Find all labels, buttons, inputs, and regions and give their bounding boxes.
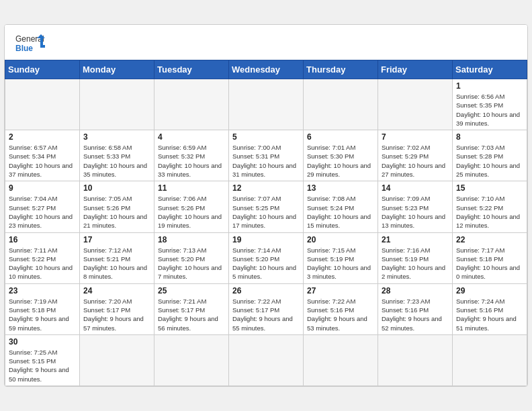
calendar-cell: 17Sunrise: 7:12 AMSunset: 5:21 PMDayligh… xyxy=(80,232,154,283)
day-info: Sunrise: 6:56 AMSunset: 5:35 PMDaylight:… xyxy=(456,92,523,128)
day-number: 18 xyxy=(158,235,225,244)
day-number: 19 xyxy=(232,235,300,244)
calendar-cell: 15Sunrise: 7:10 AMSunset: 5:22 PMDayligh… xyxy=(453,181,527,232)
day-number: 9 xyxy=(9,183,76,193)
day-number: 25 xyxy=(158,286,225,295)
weekday-header-row: SundayMondayTuesdayWednesdayThursdayFrid… xyxy=(5,60,527,79)
day-info: Sunrise: 7:17 AMSunset: 5:18 PMDaylight:… xyxy=(456,246,523,281)
calendar-cell: 9Sunrise: 7:04 AMSunset: 5:27 PMDaylight… xyxy=(5,181,80,232)
day-info: Sunrise: 7:16 AMSunset: 5:19 PMDaylight:… xyxy=(382,246,449,281)
day-number: 17 xyxy=(83,235,150,244)
day-number: 3 xyxy=(83,132,150,142)
calendar-cell: 28Sunrise: 7:23 AMSunset: 5:16 PMDayligh… xyxy=(378,283,453,334)
calendar-cell: 11Sunrise: 7:06 AMSunset: 5:26 PMDayligh… xyxy=(154,181,229,232)
svg-text:Blue: Blue xyxy=(15,44,33,53)
calendar-cell: 18Sunrise: 7:13 AMSunset: 5:20 PMDayligh… xyxy=(154,232,229,283)
calendar-cell: 8Sunrise: 7:03 AMSunset: 5:28 PMDaylight… xyxy=(453,130,527,181)
calendar-cell: 1Sunrise: 6:56 AMSunset: 5:35 PMDaylight… xyxy=(453,79,527,130)
calendar-table: SundayMondayTuesdayWednesdayThursdayFrid… xyxy=(5,60,527,386)
calendar-cell: 6Sunrise: 7:01 AMSunset: 5:30 PMDaylight… xyxy=(304,130,378,181)
day-info: Sunrise: 7:12 AMSunset: 5:21 PMDaylight:… xyxy=(83,246,150,281)
day-number: 5 xyxy=(232,132,300,142)
day-info: Sunrise: 7:22 AMSunset: 5:17 PMDaylight:… xyxy=(232,297,300,332)
day-number: 11 xyxy=(158,183,225,193)
day-info: Sunrise: 7:01 AMSunset: 5:30 PMDaylight:… xyxy=(307,143,374,179)
day-number: 12 xyxy=(232,183,300,193)
logo: General Blue xyxy=(15,33,45,54)
day-number: 7 xyxy=(382,132,449,142)
calendar-cell: 2Sunrise: 6:57 AMSunset: 5:34 PMDaylight… xyxy=(5,130,80,181)
calendar-cell: 19Sunrise: 7:14 AMSunset: 5:20 PMDayligh… xyxy=(229,232,304,283)
day-info: Sunrise: 7:25 AMSunset: 5:15 PMDaylight:… xyxy=(9,348,76,383)
day-info: Sunrise: 7:14 AMSunset: 5:20 PMDaylight:… xyxy=(232,246,300,281)
calendar-cell: 23Sunrise: 7:19 AMSunset: 5:18 PMDayligh… xyxy=(5,283,80,334)
day-info: Sunrise: 7:22 AMSunset: 5:16 PMDaylight:… xyxy=(307,297,374,332)
calendar-header: General Blue xyxy=(5,25,527,60)
day-info: Sunrise: 7:10 AMSunset: 5:22 PMDaylight:… xyxy=(456,194,523,230)
weekday-header-saturday: Saturday xyxy=(453,60,527,79)
calendar-cell xyxy=(378,334,453,385)
calendar-cell: 30Sunrise: 7:25 AMSunset: 5:15 PMDayligh… xyxy=(5,334,80,385)
day-number: 10 xyxy=(83,183,150,193)
calendar-cell xyxy=(5,79,80,130)
calendar-cell: 12Sunrise: 7:07 AMSunset: 5:25 PMDayligh… xyxy=(229,181,304,232)
calendar-cell xyxy=(378,79,453,130)
day-info: Sunrise: 6:59 AMSunset: 5:32 PMDaylight:… xyxy=(158,143,225,179)
calendar-cell: 14Sunrise: 7:09 AMSunset: 5:23 PMDayligh… xyxy=(378,181,453,232)
weekday-header-monday: Monday xyxy=(80,60,154,79)
day-number: 6 xyxy=(307,132,374,142)
day-number: 15 xyxy=(456,183,523,193)
calendar-cell: 26Sunrise: 7:22 AMSunset: 5:17 PMDayligh… xyxy=(229,283,304,334)
calendar-cell xyxy=(80,334,154,385)
calendar-cell xyxy=(304,79,378,130)
weekday-header-sunday: Sunday xyxy=(5,60,80,79)
day-number: 28 xyxy=(382,286,449,295)
calendar-cell xyxy=(154,79,229,130)
weekday-header-wednesday: Wednesday xyxy=(229,60,304,79)
day-info: Sunrise: 7:24 AMSunset: 5:16 PMDaylight:… xyxy=(456,297,523,332)
day-number: 23 xyxy=(9,286,76,295)
day-info: Sunrise: 7:05 AMSunset: 5:26 PMDaylight:… xyxy=(83,194,150,230)
day-info: Sunrise: 7:20 AMSunset: 5:17 PMDaylight:… xyxy=(83,297,150,332)
day-info: Sunrise: 7:21 AMSunset: 5:17 PMDaylight:… xyxy=(158,297,225,332)
calendar-cell: 13Sunrise: 7:08 AMSunset: 5:24 PMDayligh… xyxy=(304,181,378,232)
calendar-cell: 29Sunrise: 7:24 AMSunset: 5:16 PMDayligh… xyxy=(453,283,527,334)
day-info: Sunrise: 7:04 AMSunset: 5:27 PMDaylight:… xyxy=(9,194,76,230)
calendar-cell xyxy=(229,334,304,385)
calendar-cell: 22Sunrise: 7:17 AMSunset: 5:18 PMDayligh… xyxy=(453,232,527,283)
day-info: Sunrise: 7:02 AMSunset: 5:29 PMDaylight:… xyxy=(382,143,449,179)
day-number: 1 xyxy=(456,81,523,91)
day-number: 20 xyxy=(307,235,374,244)
calendar-cell: 27Sunrise: 7:22 AMSunset: 5:16 PMDayligh… xyxy=(304,283,378,334)
day-number: 26 xyxy=(232,286,300,295)
calendar-container: General Blue SundayMondayTuesdayWednesda… xyxy=(4,24,528,387)
calendar-cell: 20Sunrise: 7:15 AMSunset: 5:19 PMDayligh… xyxy=(304,232,378,283)
day-info: Sunrise: 7:23 AMSunset: 5:16 PMDaylight:… xyxy=(382,297,449,332)
calendar-cell xyxy=(453,334,527,385)
day-info: Sunrise: 7:11 AMSunset: 5:22 PMDaylight:… xyxy=(9,246,76,281)
day-info: Sunrise: 7:03 AMSunset: 5:28 PMDaylight:… xyxy=(456,143,523,179)
weekday-header-friday: Friday xyxy=(378,60,453,79)
day-number: 4 xyxy=(158,132,225,142)
weekday-header-thursday: Thursday xyxy=(304,60,378,79)
day-info: Sunrise: 6:57 AMSunset: 5:34 PMDaylight:… xyxy=(9,143,76,179)
day-number: 16 xyxy=(9,235,76,244)
day-number: 8 xyxy=(456,132,523,142)
day-info: Sunrise: 7:19 AMSunset: 5:18 PMDaylight:… xyxy=(9,297,76,332)
day-number: 27 xyxy=(307,286,374,295)
day-number: 21 xyxy=(382,235,449,244)
calendar-cell xyxy=(229,79,304,130)
calendar-cell xyxy=(304,334,378,385)
calendar-cell: 21Sunrise: 7:16 AMSunset: 5:19 PMDayligh… xyxy=(378,232,453,283)
calendar-cell: 24Sunrise: 7:20 AMSunset: 5:17 PMDayligh… xyxy=(80,283,154,334)
calendar-cell: 25Sunrise: 7:21 AMSunset: 5:17 PMDayligh… xyxy=(154,283,229,334)
calendar-cell: 5Sunrise: 7:00 AMSunset: 5:31 PMDaylight… xyxy=(229,130,304,181)
calendar-cell: 7Sunrise: 7:02 AMSunset: 5:29 PMDaylight… xyxy=(378,130,453,181)
day-info: Sunrise: 7:09 AMSunset: 5:23 PMDaylight:… xyxy=(382,194,449,230)
calendar-cell xyxy=(154,334,229,385)
day-info: Sunrise: 7:00 AMSunset: 5:31 PMDaylight:… xyxy=(232,143,300,179)
day-info: Sunrise: 7:06 AMSunset: 5:26 PMDaylight:… xyxy=(158,194,225,230)
calendar-cell xyxy=(80,79,154,130)
day-number: 22 xyxy=(456,235,523,244)
calendar-cell: 3Sunrise: 6:58 AMSunset: 5:33 PMDaylight… xyxy=(80,130,154,181)
